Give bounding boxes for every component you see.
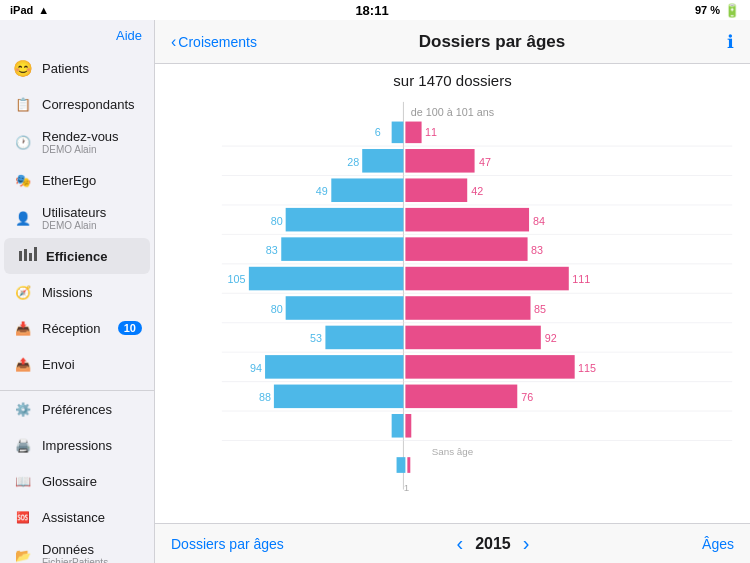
back-button[interactable]: ‹ Croisements	[171, 33, 257, 51]
envoi-text: Envoi	[42, 357, 75, 372]
svg-rect-67	[392, 414, 404, 438]
svg-text:92: 92	[545, 332, 557, 344]
svg-rect-27	[392, 122, 404, 144]
svg-rect-68	[405, 414, 411, 438]
ages-button[interactable]: Âges	[702, 536, 734, 552]
next-year-button[interactable]: ›	[523, 532, 530, 555]
sidebar-item-rendez-vous[interactable]: 🕐 Rendez-vous DEMO Alain	[0, 122, 154, 162]
assistance-icon: 🆘	[12, 506, 34, 528]
sidebar-item-assistance[interactable]: 🆘 Assistance	[0, 499, 154, 535]
sidebar-item-preferences[interactable]: ⚙️ Préférences	[0, 391, 154, 427]
sidebar-top: Aide 😊 Patients 📋 Correspondants 🕐 Rende…	[0, 20, 154, 382]
missions-label: Missions	[42, 285, 93, 300]
svg-rect-37	[405, 178, 467, 202]
svg-rect-47	[249, 267, 404, 291]
status-bar: iPad ▲ 18:11 97 % 🔋	[0, 0, 750, 20]
sidebar-item-donnees[interactable]: 📂 Données FichierPatients	[0, 535, 154, 563]
sidebar-item-impressions[interactable]: 🖨️ Impressions	[0, 427, 154, 463]
status-left: iPad ▲	[10, 4, 49, 16]
wifi-icon: ▲	[38, 4, 49, 16]
donnees-label: Données	[42, 542, 108, 557]
year-label: 2015	[475, 535, 511, 553]
chevron-left-icon: ‹	[171, 33, 176, 51]
bottom-bar: Dossiers par âges ‹ 2015 › Âges	[155, 523, 750, 563]
correspondants-label: Correspondants	[42, 97, 135, 112]
svg-rect-51	[286, 296, 404, 320]
rendez-vous-text: Rendez-vous DEMO Alain	[42, 129, 119, 155]
assistance-label: Assistance	[42, 510, 105, 525]
svg-text:80: 80	[271, 303, 283, 315]
svg-text:76: 76	[521, 391, 533, 403]
help-link[interactable]: Aide	[116, 28, 142, 43]
impressions-label: Impressions	[42, 438, 112, 453]
envoi-icon: 📤	[12, 353, 34, 375]
svg-text:47: 47	[479, 156, 491, 168]
donnees-sublabel: FichierPatients	[42, 557, 108, 563]
sidebar-item-glossaire[interactable]: 📖 Glossaire	[0, 463, 154, 499]
svg-text:84: 84	[533, 215, 545, 227]
battery-text: 97 %	[695, 4, 720, 16]
glossaire-label: Glossaire	[42, 474, 97, 489]
year-navigation: ‹ 2015 ›	[456, 532, 529, 555]
pyramid-area: de 100 à 101 ans 90 80 70 60 50 40 30 20…	[155, 93, 750, 523]
reception-badge: 10	[118, 321, 142, 335]
patients-text: Patients	[42, 61, 89, 76]
chart-subtitle: sur 1470 dossiers	[155, 72, 750, 89]
utilisateurs-sublabel: DEMO Alain	[42, 220, 106, 231]
sidebar-bottom: ⚙️ Préférences 🖨️ Impressions 📖 Glossair…	[0, 390, 154, 563]
svg-rect-1	[24, 249, 27, 261]
battery-icon: 🔋	[724, 3, 740, 18]
donnees-icon: 📂	[12, 544, 34, 563]
pyramid-svg: de 100 à 101 ans 90 80 70 60 50 40 30 20…	[163, 93, 742, 523]
svg-rect-57	[405, 326, 540, 350]
utilisateurs-icon: 👤	[12, 207, 34, 229]
patients-icon: 😊	[12, 57, 34, 79]
sidebar-item-etherEgo[interactable]: 🎭 EtherEgo	[0, 162, 154, 198]
preferences-label: Préférences	[42, 402, 112, 417]
prev-year-button[interactable]: ‹	[456, 532, 463, 555]
reception-icon: 📥	[12, 317, 34, 339]
svg-rect-49	[405, 267, 568, 291]
rendez-vous-sublabel: DEMO Alain	[42, 144, 119, 155]
svg-text:88: 88	[259, 391, 271, 403]
svg-text:83: 83	[266, 244, 278, 256]
svg-text:105: 105	[227, 273, 245, 285]
svg-text:6: 6	[375, 126, 381, 138]
sidebar-help[interactable]: Aide	[0, 20, 154, 50]
correspondants-text: Correspondants	[42, 97, 135, 112]
sidebar-item-envoi[interactable]: 📤 Envoi	[0, 346, 154, 382]
svg-rect-55	[325, 326, 403, 350]
svg-rect-41	[405, 208, 529, 232]
svg-rect-29	[405, 122, 421, 144]
efficience-text: Efficience	[46, 249, 107, 264]
sidebar-item-missions[interactable]: 🧭 Missions	[0, 274, 154, 310]
svg-text:115: 115	[578, 362, 596, 374]
svg-rect-71	[407, 457, 410, 473]
svg-rect-45	[405, 237, 527, 261]
content-area: ‹ Croisements Dossiers par âges ℹ sur 14…	[155, 20, 750, 563]
svg-rect-65	[405, 385, 517, 409]
reception-text: Réception	[42, 321, 101, 336]
svg-text:111: 111	[572, 273, 590, 285]
svg-text:de 100 à 101 ans: de 100 à 101 ans	[411, 106, 494, 118]
info-button[interactable]: ℹ	[727, 31, 734, 53]
sidebar-item-utilisateurs[interactable]: 👤 Utilisateurs DEMO Alain	[0, 198, 154, 238]
bottom-chart-title: Dossiers par âges	[171, 536, 284, 552]
reception-label: Réception	[42, 321, 101, 336]
svg-rect-70	[397, 457, 406, 473]
svg-rect-39	[286, 208, 404, 232]
chart-container: sur 1470 dossiers de 100 à 101 ans 90 80…	[155, 64, 750, 523]
glossaire-icon: 📖	[12, 470, 34, 492]
impressions-icon: 🖨️	[12, 434, 34, 456]
sidebar-item-reception[interactable]: 📥 Réception 10	[0, 310, 154, 346]
svg-text:94: 94	[250, 362, 262, 374]
svg-text:53: 53	[310, 332, 322, 344]
sidebar-item-patients[interactable]: 😊 Patients	[0, 50, 154, 86]
svg-rect-31	[362, 149, 403, 173]
nav-bar: ‹ Croisements Dossiers par âges ℹ	[155, 20, 750, 64]
sidebar-item-efficience[interactable]: Efficience	[4, 238, 150, 274]
sidebar-item-correspondants[interactable]: 📋 Correspondants	[0, 86, 154, 122]
svg-text:49: 49	[316, 185, 328, 197]
svg-rect-59	[265, 355, 403, 379]
svg-rect-3	[34, 247, 37, 261]
